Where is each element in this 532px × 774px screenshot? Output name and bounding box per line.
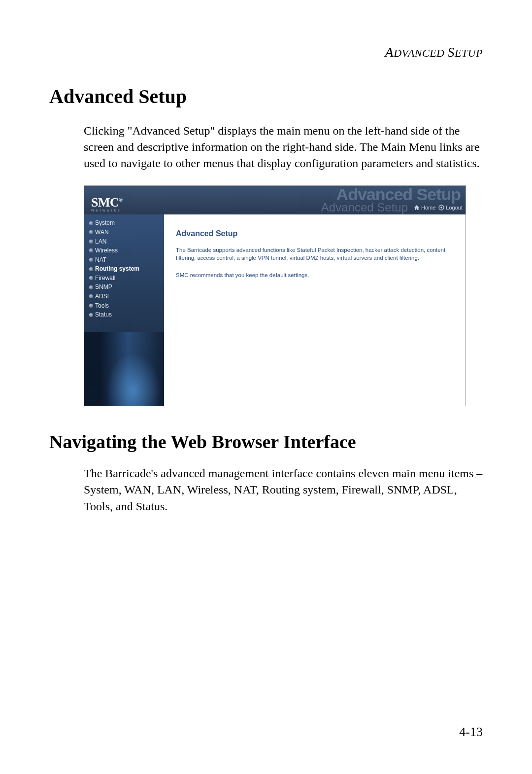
bullet-icon [89, 313, 93, 317]
sidebar-nav: System WAN LAN Wireless NAT Routing syst… [84, 214, 164, 406]
bullet-icon [89, 294, 93, 298]
svg-point-1 [441, 207, 443, 209]
header-title: Advanced Setup [321, 201, 408, 214]
brand-logo: SMC® Networks [84, 195, 128, 214]
heading-navigating: Navigating the Web Browser Interface [49, 431, 483, 453]
heading-advanced-setup: Advanced Setup [49, 85, 483, 108]
nav-tools[interactable]: Tools [89, 301, 164, 311]
router-ui-screenshot: SMC® Networks Advanced Setup Advanced Se… [84, 185, 466, 406]
ui-header: SMC® Networks Advanced Setup Advanced Se… [84, 186, 466, 214]
logout-button[interactable]: Logout [438, 205, 463, 211]
nav-adsl[interactable]: ADSL [89, 292, 164, 301]
paragraph-advanced-setup: Clicking "Advanced Setup" displays the m… [84, 123, 483, 172]
nav-status[interactable]: Status [89, 310, 164, 319]
bullet-icon [89, 240, 93, 244]
content-paragraph-2: SMC recommends that you keep the default… [176, 271, 454, 279]
sidebar-decorative-image [84, 332, 164, 406]
bullet-icon [89, 285, 93, 289]
home-button[interactable]: Home [414, 205, 435, 211]
bullet-icon [89, 248, 93, 252]
nav-routing-system[interactable]: Routing system [89, 264, 164, 274]
content-paragraph-1: The Barricade supports advanced function… [176, 246, 454, 262]
content-title: Advanced Setup [176, 229, 454, 238]
document-page: ADVANCED SETUP Advanced Setup Clicking "… [0, 0, 532, 774]
home-icon [414, 205, 420, 211]
nav-wan[interactable]: WAN [89, 228, 164, 237]
nav-lan[interactable]: LAN [89, 237, 164, 246]
paragraph-navigating: The Barricade's advanced management inte… [84, 465, 483, 514]
bullet-icon [89, 258, 93, 262]
page-number: 4-13 [459, 725, 483, 739]
nav-wireless[interactable]: Wireless [89, 246, 164, 255]
running-header: ADVANCED SETUP [49, 44, 483, 60]
nav-firewall[interactable]: Firewall [89, 274, 164, 283]
nav-system[interactable]: System [89, 218, 164, 228]
bullet-icon [89, 304, 93, 308]
bullet-icon [89, 267, 93, 271]
home-label: Home [421, 205, 435, 211]
bullet-icon [89, 276, 93, 280]
nav-nat[interactable]: NAT [89, 255, 164, 265]
logout-label: Logout [446, 205, 463, 211]
bullet-icon [89, 230, 93, 234]
ui-body: System WAN LAN Wireless NAT Routing syst… [84, 214, 466, 406]
logout-icon [438, 205, 444, 211]
nav-snmp[interactable]: SNMP [89, 282, 164, 292]
brand-subtext: Networks [91, 208, 122, 212]
content-panel: Advanced Setup The Barricade supports ad… [164, 214, 466, 406]
bullet-icon [89, 221, 93, 225]
brand-text: SMC® [91, 197, 122, 208]
